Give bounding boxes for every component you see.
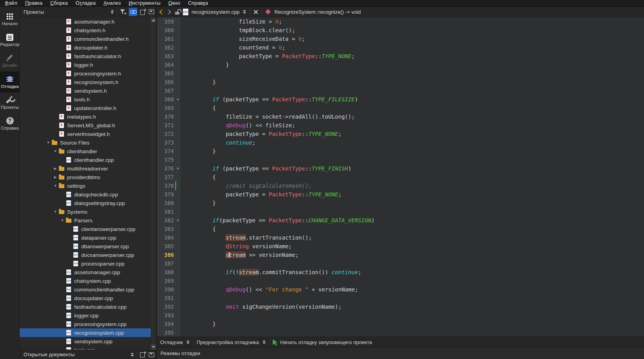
code-text[interactable]: packetType = PacketType::TYPE_NONE; <box>181 53 355 59</box>
tree-item[interactable]: c++commonclienthandler.cpp <box>20 285 151 294</box>
line-number[interactable]: 359 <box>157 18 175 25</box>
split-icon[interactable] <box>140 9 146 15</box>
fold-marker-icon[interactable]: ▼ <box>175 218 181 222</box>
mode-item-help[interactable]: ?Справка <box>0 113 20 134</box>
chevron-down-icon[interactable]: ▼ <box>45 141 51 145</box>
code-text[interactable]: qDebug() << fileSize; <box>181 122 295 128</box>
chevron-right-icon[interactable]: ▶ <box>52 175 58 179</box>
scroll-up-button[interactable] <box>151 17 156 23</box>
line-number[interactable]: 362 <box>157 44 175 51</box>
tree-item[interactable]: ▶multithreadserver <box>20 164 151 173</box>
open-documents-title[interactable]: Открытые документы <box>20 352 130 357</box>
tree-item[interactable]: htools.h <box>20 95 151 104</box>
line-number[interactable]: 383 <box>157 226 175 232</box>
tree-item[interactable]: c++dialogcheckdb.cpp <box>20 190 151 199</box>
tree-item[interactable]: hserverlmswidget.h <box>20 130 151 138</box>
line-number[interactable]: 372 <box>157 131 175 137</box>
line-number[interactable]: 364 <box>157 62 175 68</box>
menu-item-edit[interactable]: Правка <box>21 0 46 7</box>
tree-item[interactable]: c++assetsmanager.cpp <box>20 268 151 277</box>
tree-item[interactable]: c++fasthashcalculator.cpp <box>20 302 151 311</box>
chevron-down-icon[interactable]: ▼ <box>52 149 58 153</box>
tree-item[interactable]: c++processingsystem.cpp <box>20 320 151 328</box>
code-text[interactable]: QString versionName; <box>181 243 292 249</box>
code-text[interactable]: //emit sigCalculateHash(); <box>181 183 312 189</box>
run-config-selector[interactable]: Преднастройка отладчика <box>197 339 259 345</box>
line-number[interactable]: 368 <box>157 96 175 103</box>
line-number[interactable]: 385 <box>157 243 175 249</box>
code-text[interactable]: fileSize = 0; <box>181 18 282 25</box>
fold-marker-icon[interactable]: ▼ <box>175 97 181 101</box>
debug-modes-label[interactable]: Режимы отладки <box>161 350 200 356</box>
tree-item[interactable]: c++logger.cpp <box>20 311 151 320</box>
line-number[interactable]: 382 <box>157 217 175 223</box>
mode-item-debug[interactable]: Отладка <box>0 71 20 92</box>
back-icon[interactable] <box>159 9 164 15</box>
mode-item-design[interactable]: Дизайн <box>0 51 20 71</box>
lock-icon[interactable] <box>175 9 180 15</box>
forward-icon[interactable] <box>166 9 171 15</box>
menu-item-debug[interactable]: Отладка <box>71 0 99 7</box>
filter-icon[interactable] <box>120 9 126 15</box>
tree-item[interactable]: c++docsupdater.cpp <box>20 294 151 302</box>
fold-marker-icon[interactable]: ▼ <box>175 167 181 170</box>
tree-item[interactable]: hfasthashcalculator.h <box>20 52 151 60</box>
tree-item[interactable]: hprocessingsystem.h <box>20 69 151 78</box>
chevron-down-icon[interactable]: ▼ <box>52 184 58 188</box>
code-text[interactable]: stream >> versionName; <box>181 252 299 258</box>
debug-start-label[interactable]: Начать отладку запускающего проекта <box>280 339 372 345</box>
close-icon[interactable] <box>253 9 258 15</box>
line-number[interactable]: 388 <box>157 269 175 275</box>
tree-item[interactable]: hassetsmanager.h <box>20 17 151 26</box>
code-text[interactable]: packetType = PacketType::TYPE_NONE; <box>181 131 341 137</box>
tree-item[interactable]: ▼clienthandler <box>20 147 151 156</box>
menu-item-analyze[interactable]: Анализ <box>100 0 125 7</box>
project-pane-title[interactable]: Проекты <box>20 9 110 15</box>
tree-item[interactable]: c++sendsystem.cpp <box>20 337 151 346</box>
tree-item[interactable]: c++docsanswerparser.cpp <box>20 251 151 259</box>
chevron-down-icon[interactable]: ▼ <box>59 218 66 222</box>
tree-item[interactable]: c++dataparser.cpp <box>20 233 151 242</box>
code-text[interactable]: { <box>181 226 216 232</box>
line-number[interactable]: 381 <box>157 209 175 215</box>
tree-item[interactable]: c++dbanswerparser.cpp <box>20 242 151 251</box>
code-text[interactable]: } <box>181 148 216 154</box>
line-number[interactable]: 367 <box>157 88 175 94</box>
scroll-down-button[interactable] <box>151 344 156 350</box>
line-number[interactable]: 370 <box>157 114 175 120</box>
mode-item-projects[interactable]: Проекты <box>0 92 20 113</box>
split-icon[interactable] <box>140 352 146 357</box>
tree-item[interactable]: ▼Source Files <box>20 138 151 147</box>
menu-item-window[interactable]: Окно <box>164 0 184 7</box>
line-number[interactable]: 378 <box>157 183 175 189</box>
code-text[interactable]: } <box>181 79 216 85</box>
code-text[interactable]: } <box>181 321 216 327</box>
line-number[interactable]: 392 <box>157 304 175 310</box>
tree-item[interactable]: hchatsystem.h <box>20 26 151 35</box>
menu-item-help[interactable]: Справка <box>184 0 212 7</box>
line-number[interactable]: 393 <box>157 312 175 319</box>
line-number[interactable]: 377 <box>157 174 175 180</box>
menu-item-file[interactable]: Файл <box>1 0 21 7</box>
line-number[interactable]: 373 <box>157 139 175 146</box>
tree-item[interactable]: hServerLMS_global.h <box>20 121 151 130</box>
code-text[interactable]: fileSize = socket->readAll().toULong(); <box>181 114 355 120</box>
tree-item[interactable]: c++tools.cpp <box>20 346 151 350</box>
line-number[interactable]: 394 <box>157 321 175 327</box>
tree-item[interactable]: hdocsupdater.h <box>20 43 151 52</box>
code-text[interactable]: packetType = PacketType::TYPE_NONE; <box>181 191 341 198</box>
updown-icon[interactable] <box>130 353 134 357</box>
tree-item[interactable]: c++processparser.cpp <box>20 259 151 268</box>
tree-item[interactable]: hsendsystem.h <box>20 86 151 95</box>
tree-item[interactable]: hlogger.h <box>20 60 151 69</box>
code-text[interactable]: { <box>181 174 216 180</box>
code-text[interactable]: if(!stream.commitTransaction()) continue… <box>181 269 361 275</box>
updown-icon[interactable] <box>243 10 246 14</box>
menu-item-tools[interactable]: Инструменты <box>125 0 164 7</box>
line-number[interactable]: 391 <box>157 295 175 301</box>
open-file-name[interactable]: recognizesystem.cpp <box>192 9 239 15</box>
line-number[interactable]: 360 <box>157 27 175 33</box>
line-number[interactable]: 387 <box>157 260 175 267</box>
tree-item[interactable]: ▶providerdblms <box>20 173 151 181</box>
tree-item[interactable]: c++recognizesystem.cpp <box>20 328 151 337</box>
